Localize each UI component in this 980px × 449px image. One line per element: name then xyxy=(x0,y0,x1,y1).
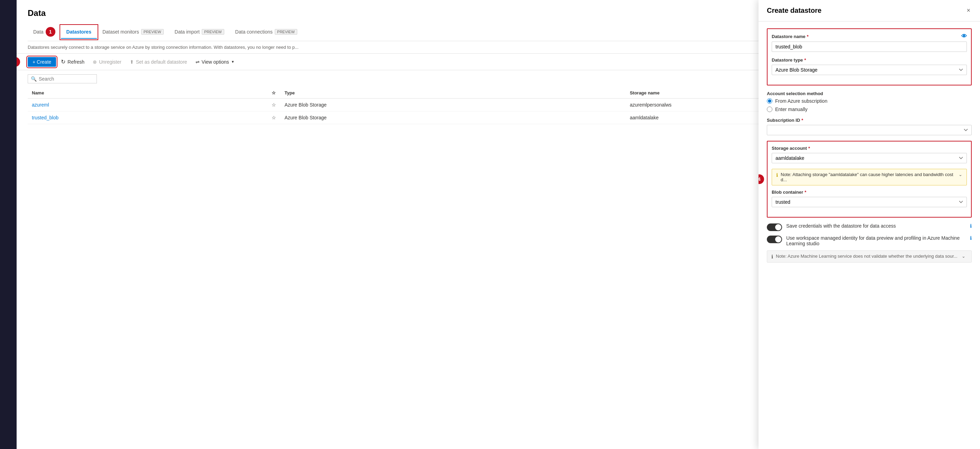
datastore-type-select[interactable]: Azure Blob Storage xyxy=(772,65,967,75)
workspace-toggle-knob xyxy=(775,236,781,243)
view-options-icon: ⇌ xyxy=(196,59,200,65)
datastore-name-type-section: Datastore name * 👁 Datastore type * Azur… xyxy=(767,29,972,86)
info-note-box: ℹ Note: Azure Machine Learning service d… xyxy=(767,251,972,263)
create-button[interactable]: + Create xyxy=(28,57,56,67)
set-default-label: Set as default datastore xyxy=(136,59,187,65)
datastore-name-label: Datastore name * 👁 xyxy=(772,33,967,40)
info-note-expand-icon[interactable]: ⌄ xyxy=(962,254,966,259)
tab-data-connections-badge: PREVIEW xyxy=(275,29,297,35)
storage-account-field-group: Storage account * aamldatalake xyxy=(772,146,967,163)
step-badge-4-wrapper: 4 xyxy=(759,175,764,184)
storage-account-label: Storage account * xyxy=(772,146,967,151)
radio-from-azure-label: From Azure subscription xyxy=(775,98,827,104)
radio-enter-manually[interactable]: Enter manually xyxy=(767,106,972,112)
radio-enter-manually-label: Enter manually xyxy=(775,106,807,112)
set-default-button[interactable]: ⬆ Set as default datastore xyxy=(126,57,191,67)
refresh-button[interactable]: ↻ Refresh xyxy=(57,56,88,67)
set-default-icon: ⬆ xyxy=(130,59,134,65)
tab-dataset-monitors-badge: PREVIEW xyxy=(141,29,164,35)
row-star-azureml[interactable]: ☆ xyxy=(267,98,280,111)
workspace-identity-toggle[interactable] xyxy=(767,236,782,243)
step-badge-2: 2 xyxy=(17,57,20,67)
info-icon-bottom: ℹ xyxy=(772,254,773,259)
account-selection-label: Account selection method xyxy=(767,91,972,96)
blob-container-label: Blob container * xyxy=(772,190,967,195)
unregister-icon: ⊗ xyxy=(93,59,97,65)
tab-datastores[interactable]: Datastores xyxy=(61,25,97,39)
tab-dataset-monitors-label: Dataset monitors xyxy=(102,29,139,35)
storage-section-wrapper: Storage account * aamldatalake ℹ Note: A… xyxy=(767,141,972,217)
tab-data-connections[interactable]: Data connections PREVIEW xyxy=(230,25,303,39)
toggle-knob xyxy=(775,224,781,230)
refresh-label: Refresh xyxy=(67,59,84,65)
tab-data-connections-label: Data connections xyxy=(235,29,273,35)
storage-note-box: ℹ Note: Attaching storage "aamldatalake"… xyxy=(772,169,967,186)
datastore-name-field-group: Datastore name * 👁 xyxy=(772,33,967,52)
row-type-azureml: Azure Blob Storage xyxy=(280,98,626,111)
subscription-id-label: Subscription ID * xyxy=(767,117,972,123)
tab-datastores-label: Datastores xyxy=(67,29,91,35)
create-datastore-panel: Create datastore × Datastore name * 👁 Da… xyxy=(759,0,980,449)
storage-account-section: Storage account * aamldatalake ℹ Note: A… xyxy=(767,141,972,217)
sidebar xyxy=(0,0,17,449)
blob-container-field-group: Blob container * trusted xyxy=(772,190,967,207)
search-input[interactable] xyxy=(39,76,94,82)
save-credentials-toggle[interactable] xyxy=(767,224,782,231)
col-star: ☆ xyxy=(267,87,280,98)
datastore-type-label: Datastore type * xyxy=(772,57,967,63)
tab-data[interactable]: Data 1 xyxy=(28,24,61,41)
tab-data-import-badge: PREVIEW xyxy=(202,29,224,35)
save-credentials-label: Save credentials with the datastore for … xyxy=(786,223,966,228)
radio-enter-manually-input[interactable] xyxy=(767,106,772,112)
panel-body: Datastore name * 👁 Datastore type * Azur… xyxy=(759,21,980,449)
row-name-trusted-blob[interactable]: trusted_blob xyxy=(32,115,59,121)
chevron-down-icon: ▼ xyxy=(231,60,235,63)
col-name: Name xyxy=(28,87,267,98)
row-name-azureml[interactable]: azureml xyxy=(32,102,49,108)
workspace-identity-row: Use workspace managed identity for data … xyxy=(767,235,972,246)
subscription-id-field-group: Subscription ID * xyxy=(767,117,972,135)
panel-header: Create datastore × xyxy=(759,0,980,21)
view-options-label: View options xyxy=(202,59,229,65)
save-credentials-info-icon[interactable]: ℹ xyxy=(970,223,972,228)
workspace-identity-info-icon[interactable]: ℹ xyxy=(970,235,972,241)
radio-from-azure[interactable]: From Azure subscription xyxy=(767,98,972,104)
info-circle-icon: ℹ xyxy=(776,172,778,178)
unregister-button[interactable]: ⊗ Unregister xyxy=(89,57,125,67)
view-options-button[interactable]: ⇌ View options ▼ xyxy=(192,57,238,67)
datastore-name-input[interactable] xyxy=(772,41,967,52)
panel-title: Create datastore xyxy=(767,6,821,14)
storage-note-text: Note: Attaching storage "aamldatalake" c… xyxy=(781,172,956,182)
info-note-text: Note: Azure Machine Learning service doe… xyxy=(776,254,958,259)
unregister-label: Unregister xyxy=(99,59,121,65)
step-badge-4: 4 xyxy=(759,175,764,184)
datastore-type-field-group: Datastore type * Azure Blob Storage xyxy=(772,57,967,75)
account-selection-group: Account selection method From Azure subs… xyxy=(767,91,972,112)
refresh-icon: ↻ xyxy=(61,59,65,65)
subscription-id-select[interactable] xyxy=(767,125,972,135)
tab-dataset-monitors[interactable]: Dataset monitors PREVIEW xyxy=(97,25,169,39)
search-icon: 🔍 xyxy=(31,76,37,82)
row-star-trusted-blob[interactable]: ☆ xyxy=(267,111,280,124)
search-box[interactable]: 🔍 xyxy=(28,75,97,83)
row-type-trusted-blob: Azure Blob Storage xyxy=(280,111,626,124)
tab-data-import[interactable]: Data import PREVIEW xyxy=(169,25,230,39)
eye-icon[interactable]: 👁 xyxy=(961,33,967,40)
step-badge-1: 1 xyxy=(46,27,56,36)
col-type: Type xyxy=(280,87,626,98)
blob-container-select[interactable]: trusted xyxy=(772,197,967,207)
tab-data-label: Data xyxy=(33,29,44,35)
radio-group: From Azure subscription Enter manually xyxy=(767,98,972,112)
note-expand-icon[interactable]: ⌄ xyxy=(959,172,963,177)
save-credentials-row: Save credentials with the datastore for … xyxy=(767,223,972,231)
storage-account-select[interactable]: aamldatalake xyxy=(772,153,967,163)
panel-close-button[interactable]: × xyxy=(965,6,972,16)
tab-data-import-label: Data import xyxy=(175,29,200,35)
workspace-identity-label: Use workspace managed identity for data … xyxy=(786,235,966,246)
radio-from-azure-input[interactable] xyxy=(767,98,772,104)
